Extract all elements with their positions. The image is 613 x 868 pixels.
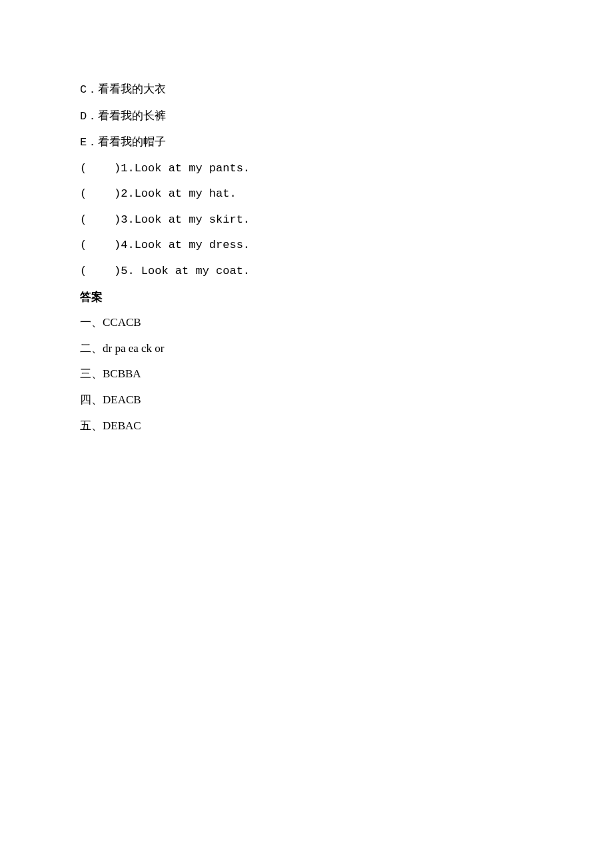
- option-letter: C: [80, 83, 87, 96]
- question-4: ( )4.Look at my dress.: [80, 233, 533, 259]
- question-prefix: ( )3.: [80, 213, 135, 226]
- question-text: Look at my dress.: [135, 239, 250, 251]
- option-d: D．看看我的长裤: [80, 103, 533, 130]
- question-prefix: ( )5.: [80, 265, 141, 277]
- question-prefix: ( )4.: [80, 239, 135, 251]
- question-prefix: ( )2.: [80, 187, 135, 200]
- question-3: ( )3.Look at my skirt.: [80, 207, 533, 233]
- document-page: C．看看我的大衣 D．看看我的长裤 E．看看我的帽子 ( )1.Look at …: [0, 0, 613, 868]
- answer-line-1: 一、CCACB: [80, 310, 533, 336]
- question-text: Look at my pants.: [135, 162, 250, 175]
- option-text: ．看看我的帽子: [87, 135, 166, 148]
- answer-line-4: 四、DEACB: [80, 387, 533, 413]
- answer-line-2: 二、dr pa ea ck or: [80, 336, 533, 362]
- question-5: ( )5. Look at my coat.: [80, 259, 533, 285]
- option-text: ．看看我的长裤: [87, 109, 166, 122]
- answer-line-3: 三、BCBBA: [80, 361, 533, 387]
- option-c: C．看看我的大衣: [80, 77, 533, 103]
- answer-line-5: 五、DEBAC: [80, 413, 533, 439]
- question-text: Look at my coat.: [141, 265, 250, 277]
- question-1: ( )1.Look at my pants.: [80, 156, 533, 182]
- question-prefix: ( )1.: [80, 162, 135, 175]
- option-text: ．看看我的大衣: [87, 83, 166, 95]
- question-text: Look at my hat.: [135, 187, 237, 200]
- question-2: ( )2.Look at my hat.: [80, 181, 533, 207]
- option-letter: D: [80, 110, 87, 123]
- question-text: Look at my skirt.: [135, 213, 250, 226]
- option-e: E．看看我的帽子: [80, 129, 533, 156]
- answers-heading: 答案: [80, 285, 533, 311]
- option-letter: E: [80, 136, 87, 149]
